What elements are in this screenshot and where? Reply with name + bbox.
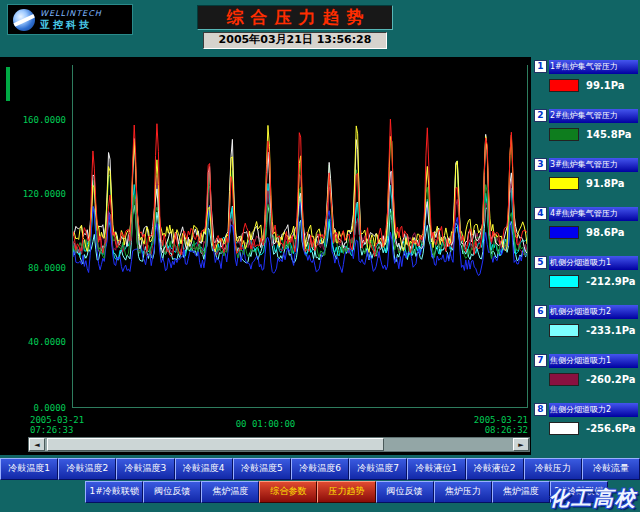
nav-button[interactable]: 冷鼓液位2 — [466, 458, 524, 480]
scroll-left-button[interactable]: ◄ — [29, 438, 45, 451]
nav-button[interactable]: 阀位反馈 — [143, 481, 201, 503]
legend-pen-icon[interactable]: 6 — [534, 305, 547, 318]
legend-value: -256.6Pa — [586, 423, 636, 434]
nav-row-top: 冷鼓温度1冷鼓温度2冷鼓温度3冷鼓温度4冷鼓温度5冷鼓温度6冷鼓温度7冷鼓液位1… — [0, 458, 640, 480]
legend-color-swatch — [549, 373, 579, 386]
nav-button-active[interactable]: 综合参数 — [259, 481, 317, 503]
legend-color-swatch — [549, 324, 579, 337]
legend-label: 焦侧分烟道吸力2 — [549, 403, 638, 417]
nav-button[interactable]: 冷鼓流量 — [582, 458, 640, 480]
y-axis-slider[interactable] — [6, 67, 10, 101]
nav-button[interactable]: 焦炉温度 — [492, 481, 550, 503]
logo-text: WELLINTECH 亚控科技 — [40, 9, 102, 31]
legend-pen-icon[interactable]: 4 — [534, 207, 547, 220]
x-end-time: 08:26:32 — [474, 425, 528, 435]
legend-pen-icon[interactable]: 5 — [534, 256, 547, 269]
legend-pen-icon[interactable]: 1 — [534, 60, 547, 73]
scada-screen: WELLINTECH 亚控科技 综合压力趋势 2005年03月21日 13:56… — [0, 0, 640, 512]
watermark: 化工高校 — [549, 485, 637, 512]
nav-button[interactable]: 冷鼓压力 — [524, 458, 582, 480]
legend-label: 焦侧分烟道吸力1 — [549, 354, 638, 368]
page-title: 综合压力趋势 — [197, 5, 393, 30]
vendor-logo: WELLINTECH 亚控科技 — [7, 4, 133, 35]
nav-button[interactable]: 1#冷鼓联锁 — [85, 481, 143, 503]
scrollbar-thumb[interactable] — [47, 438, 384, 451]
y-tick-label: 120.0000 — [0, 189, 66, 199]
legend-item: 6机侧分烟道吸力2-233.1Pa — [534, 304, 638, 353]
legend-color-swatch — [549, 128, 579, 141]
legend-color-swatch — [549, 79, 579, 92]
legend-value: 145.8Pa — [586, 129, 631, 140]
time-scrollbar: ◄ ► — [28, 437, 530, 452]
legend-color-swatch — [549, 422, 579, 435]
legend-pen-icon[interactable]: 7 — [534, 354, 547, 367]
legend-label: 3#焦炉集气管压力 — [549, 158, 638, 172]
legend-item: 5机侧分烟道吸力1-212.9Pa — [534, 255, 638, 304]
nav-button-active[interactable]: 压力趋势 — [317, 481, 375, 503]
nav-button[interactable]: 焦炉压力 — [434, 481, 492, 503]
legend-item: 44#焦炉集气管压力98.6Pa — [534, 206, 638, 255]
legend-item: 11#焦炉集气管压力99.1Pa — [534, 59, 638, 108]
legend-panel: 11#焦炉集气管压力99.1Pa22#焦炉集气管压力145.8Pa33#焦炉集气… — [534, 59, 638, 455]
scrollbar-track[interactable] — [45, 438, 513, 451]
logo-line1: WELLINTECH — [40, 9, 102, 19]
legend-pen-icon[interactable]: 3 — [534, 158, 547, 171]
legend-pen-icon[interactable]: 8 — [534, 403, 547, 416]
legend-value: -212.9Pa — [586, 276, 636, 287]
legend-item: 33#焦炉集气管压力91.8Pa — [534, 157, 638, 206]
legend-item: 22#焦炉集气管压力145.8Pa — [534, 108, 638, 157]
nav-button[interactable]: 焦炉温度 — [201, 481, 259, 503]
scroll-right-button[interactable]: ► — [513, 438, 529, 451]
legend-value: 99.1Pa — [586, 80, 624, 91]
legend-label: 1#焦炉集气管压力 — [549, 60, 638, 74]
logo-line2: 亚控科技 — [40, 19, 102, 31]
legend-item: 7焦侧分烟道吸力1-260.2Pa — [534, 353, 638, 402]
nav-button[interactable]: 冷鼓温度6 — [291, 458, 349, 480]
trend-plot[interactable] — [72, 65, 528, 408]
legend-label: 机侧分烟道吸力1 — [549, 256, 638, 270]
datetime-display: 2005年03月21日 13:56:28 — [203, 32, 387, 49]
nav-button[interactable]: 冷鼓温度4 — [175, 458, 233, 480]
legend-item: 8焦侧分烟道吸力2-256.6Pa — [534, 402, 638, 451]
nav-button[interactable]: 阀位反馈 — [376, 481, 434, 503]
legend-color-swatch — [549, 226, 579, 239]
legend-value: -260.2Pa — [586, 374, 636, 385]
legend-value: 91.8Pa — [586, 178, 624, 189]
legend-pen-icon[interactable]: 2 — [534, 109, 547, 122]
legend-value: 98.6Pa — [586, 227, 624, 238]
y-tick-label: 40.0000 — [0, 337, 66, 347]
nav-button[interactable]: 冷鼓温度2 — [58, 458, 116, 480]
legend-color-swatch — [549, 275, 579, 288]
y-tick-label: 160.0000 — [0, 115, 66, 125]
nav-button[interactable]: 冷鼓温度1 — [0, 458, 58, 480]
legend-label: 4#焦炉集气管压力 — [549, 207, 638, 221]
nav-button[interactable]: 冷鼓温度7 — [349, 458, 407, 480]
x-axis-span-label: 00 01:00:00 — [0, 419, 531, 429]
x-end-date: 2005-03-21 — [474, 415, 528, 425]
legend-color-swatch — [549, 177, 579, 190]
y-tick-label: 80.0000 — [0, 263, 66, 273]
trend-chart-panel: 160.0000 120.0000 80.0000 40.0000 0.0000… — [0, 57, 531, 455]
header-bar: WELLINTECH 亚控科技 综合压力趋势 2005年03月21日 13:56… — [0, 0, 640, 57]
y-tick-label: 0.0000 — [0, 403, 66, 413]
logo-globe-icon — [13, 9, 35, 31]
x-axis-end-label: 2005-03-21 08:26:32 — [474, 415, 528, 435]
nav-row-bottom: 1#冷鼓联锁阀位反馈焦炉温度综合参数压力趋势阀位反馈焦炉压力焦炉温度2#冷鼓联锁 — [85, 481, 608, 503]
legend-label: 机侧分烟道吸力2 — [549, 305, 638, 319]
nav-button[interactable]: 冷鼓温度5 — [233, 458, 291, 480]
legend-label: 2#焦炉集气管压力 — [549, 109, 638, 123]
nav-button[interactable]: 冷鼓液位1 — [407, 458, 465, 480]
nav-button[interactable]: 冷鼓温度3 — [116, 458, 174, 480]
legend-value: -233.1Pa — [586, 325, 636, 336]
